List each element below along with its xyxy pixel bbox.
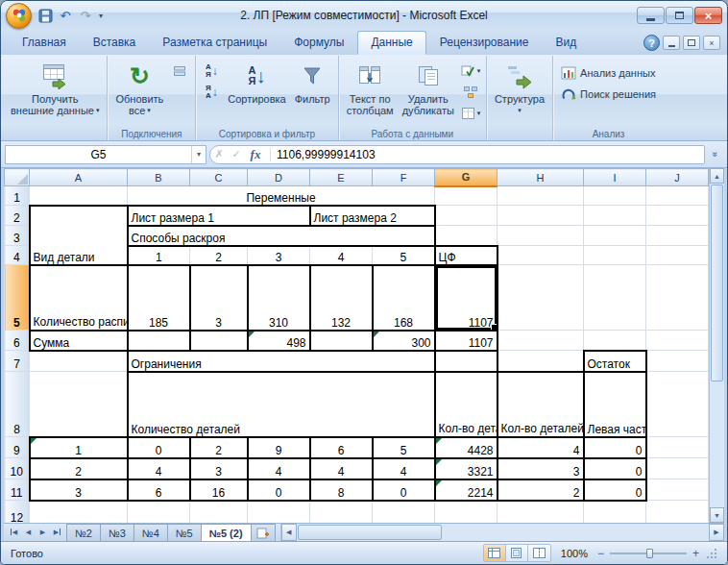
cell-e5[interactable]: 132	[310, 265, 373, 331]
column-header-b[interactable]: B	[128, 169, 190, 186]
scroll-right-button[interactable]: ▶	[709, 524, 724, 541]
cell-f6[interactable]: 300	[373, 331, 435, 351]
remove-duplicates-button[interactable]: Удалить дубликаты	[400, 59, 457, 118]
first-sheet-button[interactable]: ◀	[8, 528, 20, 536]
cell-g8[interactable]: Кол-во деталей	[435, 372, 497, 437]
consolidate-button[interactable]	[460, 83, 481, 101]
cell[interactable]	[646, 372, 709, 437]
cell[interactable]	[497, 206, 584, 226]
cell-i10[interactable]: 0	[584, 458, 646, 479]
tab-view[interactable]: Вид	[542, 31, 590, 55]
select-all-corner[interactable]	[5, 169, 30, 186]
insert-worksheet-button[interactable]	[251, 524, 276, 541]
customize-qat-button[interactable]: ▾	[97, 12, 105, 20]
row-header[interactable]: 11	[5, 479, 30, 501]
cell[interactable]	[128, 501, 190, 524]
cell-a11[interactable]: 3	[30, 479, 128, 501]
zoom-thumb[interactable]	[646, 549, 653, 558]
cell[interactable]	[435, 351, 497, 372]
cell-c5[interactable]: 3	[190, 265, 248, 331]
cell-a6[interactable]: Сумма	[30, 331, 128, 351]
cell-b1[interactable]: Переменные	[128, 186, 435, 206]
cell-h10[interactable]: 3	[497, 458, 584, 479]
cell-a9[interactable]: 1	[30, 437, 128, 458]
cell[interactable]	[497, 331, 584, 351]
cell[interactable]	[646, 351, 709, 372]
sheet-tab-n5[interactable]: №5	[167, 524, 202, 541]
cell-h9[interactable]: 4	[497, 437, 584, 458]
cell[interactable]	[497, 501, 584, 524]
row-header[interactable]: 10	[5, 458, 30, 479]
scroll-up-button[interactable]: ▲	[710, 168, 724, 184]
cell-f10[interactable]: 4	[373, 458, 435, 479]
cell-e11[interactable]: 8	[310, 479, 373, 501]
row-header[interactable]: 12	[5, 501, 30, 524]
row-header[interactable]: 9	[5, 437, 30, 458]
vertical-scroll-thumb[interactable]	[711, 184, 723, 381]
cell-g5-selected[interactable]: 1107	[435, 265, 497, 331]
connection-properties-button[interactable]	[169, 61, 190, 80]
cell-e2[interactable]: Лист размера 2	[310, 206, 435, 226]
row-header[interactable]: 3	[5, 226, 30, 246]
cell[interactable]	[646, 206, 709, 226]
cell-b3[interactable]: Способы раскроя	[128, 226, 435, 246]
tab-insert[interactable]: Вставка	[80, 31, 150, 55]
formula-field[interactable]: ✗ ✓ fx 1106,99999914103	[209, 145, 705, 164]
cell-i11[interactable]: 0	[584, 479, 646, 501]
cell-b7[interactable]: Ограничения	[128, 351, 435, 372]
page-break-preview-button[interactable]	[528, 545, 550, 561]
cell[interactable]	[646, 479, 709, 501]
cell[interactable]	[646, 501, 709, 524]
tab-formulas[interactable]: Формулы	[280, 31, 357, 55]
zoom-track[interactable]	[610, 553, 687, 554]
sort-descending-button[interactable]: ЯА ↓	[201, 83, 222, 101]
cell[interactable]	[190, 331, 248, 351]
cell-b5[interactable]: 185	[128, 265, 190, 331]
cell[interactable]	[497, 265, 584, 331]
cell[interactable]	[584, 331, 646, 351]
column-header-i[interactable]: I	[584, 169, 646, 186]
horizontal-scroll-thumb[interactable]	[298, 525, 442, 540]
solver-button[interactable]: Поиск решения	[558, 86, 659, 103]
cell[interactable]	[497, 186, 584, 206]
cell[interactable]	[646, 331, 709, 351]
cell[interactable]	[435, 186, 497, 206]
cell-a10[interactable]: 2	[30, 458, 128, 479]
cell-e9[interactable]: 6	[310, 437, 373, 458]
column-header-f[interactable]: F	[373, 169, 435, 186]
name-box-dropdown[interactable]: ▾	[191, 146, 206, 163]
scroll-left-button[interactable]: ◀	[281, 524, 297, 541]
text-to-columns-button[interactable]: Текст по столбцам	[344, 59, 397, 118]
scroll-down-button[interactable]: ▼	[710, 507, 724, 523]
zoom-slider[interactable]: − +	[596, 549, 700, 558]
cell-b4[interactable]: 1	[128, 246, 190, 265]
workbook-restore-button[interactable]	[683, 36, 700, 50]
cell[interactable]	[584, 265, 646, 331]
help-button[interactable]: ?	[643, 35, 660, 51]
insert-function-button[interactable]: fx	[245, 147, 266, 162]
filter-button[interactable]: Фильтр	[292, 59, 333, 107]
cell-g4[interactable]: ЦФ	[435, 246, 497, 265]
cell[interactable]	[646, 458, 709, 479]
cell-c9[interactable]: 2	[190, 437, 248, 458]
refresh-all-button[interactable]: ↻ Обновить все▾	[112, 59, 166, 118]
cell-d11[interactable]: 0	[248, 479, 310, 501]
column-header-h[interactable]: H	[497, 169, 584, 186]
horizontal-scrollbar[interactable]: ◀ ▶	[280, 524, 724, 541]
cell[interactable]	[584, 206, 646, 226]
cell-g6[interactable]: 1107	[435, 331, 497, 351]
cell[interactable]	[30, 501, 128, 524]
horizontal-scroll-track[interactable]	[443, 524, 709, 541]
sheet-tab-n4[interactable]: №4	[133, 524, 168, 541]
sort-button[interactable]: АЯ ↓ Сортировка	[225, 59, 288, 107]
last-sheet-button[interactable]: ▶	[51, 528, 63, 536]
cell-b2[interactable]: Лист размера 1	[128, 206, 310, 226]
cell-g9[interactable]: 4428	[435, 437, 497, 458]
undo-button[interactable]: ↶	[57, 7, 74, 24]
column-header-g-selected[interactable]: G	[435, 169, 497, 186]
save-button[interactable]	[36, 7, 54, 24]
cell[interactable]	[30, 186, 128, 206]
cell[interactable]	[310, 331, 373, 351]
cell[interactable]	[646, 265, 709, 331]
what-if-analysis-button[interactable]: ▾	[460, 104, 481, 122]
